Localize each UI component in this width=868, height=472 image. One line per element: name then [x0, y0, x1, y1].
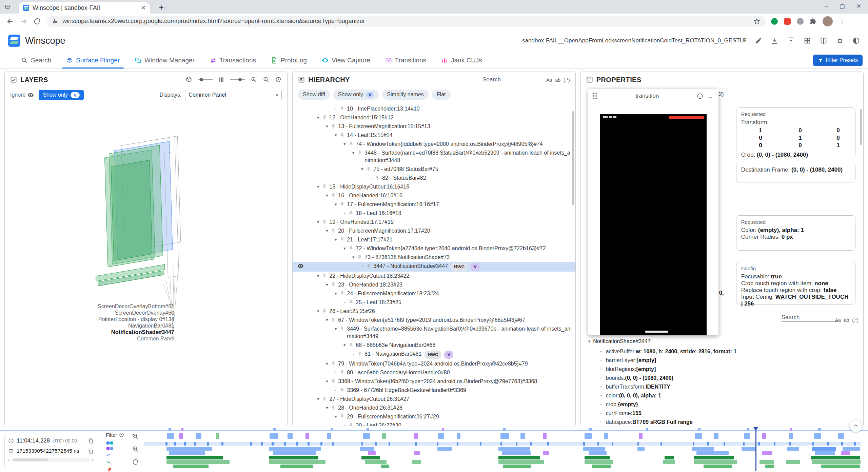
- timeline-segment[interactable]: [216, 433, 219, 439]
- timeline-segment[interactable]: [646, 428, 648, 431]
- timeline-segment[interactable]: [412, 460, 421, 464]
- timeline-segment[interactable]: [270, 433, 278, 439]
- timeline-segment[interactable]: [854, 442, 856, 446]
- tree-node[interactable]: •3447 - NotificationShade#3447HWCV: [293, 262, 575, 272]
- timeline-segment[interactable]: [273, 428, 276, 431]
- timeline-segment[interactable]: [547, 442, 549, 446]
- timeline-segment[interactable]: [765, 465, 774, 468]
- tree-node[interactable]: •80 - ace6abb SecondaryHomeHandle0#80: [293, 368, 575, 377]
- copy-icon[interactable]: [88, 448, 94, 454]
- pin-icon[interactable]: [339, 414, 345, 419]
- expand-arrow[interactable]: ▾: [332, 201, 339, 208]
- expand-arrow[interactable]: ▾: [588, 338, 591, 345]
- timeline-segment[interactable]: [520, 433, 525, 439]
- timeline-segment[interactable]: [841, 451, 850, 455]
- timeline-segment[interactable]: [367, 428, 369, 431]
- rotation-slider[interactable]: [198, 76, 213, 83]
- filter-presets-button[interactable]: Filter Presets: [813, 55, 863, 66]
- timeline-segment[interactable]: [585, 456, 610, 459]
- timeline-segment[interactable]: [221, 442, 223, 446]
- tree-node[interactable]: ▾74 - WindowToken{fdddbe6 type=2000 andr…: [293, 140, 575, 149]
- bug-icon[interactable]: [836, 37, 844, 44]
- timeline-cursor[interactable]: [755, 427, 756, 471]
- timeline-segment[interactable]: [612, 442, 613, 446]
- tab-jank-cujs[interactable]: Jank CUJs: [434, 52, 490, 68]
- extension-icon[interactable]: [784, 18, 791, 25]
- timeline-segment[interactable]: [207, 442, 209, 446]
- timeline-segment[interactable]: [789, 442, 790, 446]
- window-close-icon[interactable]: ✕: [856, 3, 861, 10]
- timeline-segment[interactable]: [786, 460, 800, 464]
- timeline-segment[interactable]: [250, 442, 252, 446]
- timeline-segment[interactable]: [516, 442, 517, 446]
- tree-node[interactable]: •10 - ImePlaceholder:13:14#10: [293, 104, 575, 113]
- show-only-button[interactable]: Show only V: [39, 90, 84, 100]
- timeline-segment[interactable]: [181, 428, 183, 431]
- trace-type-icon[interactable]: [106, 441, 113, 445]
- timeline-segment[interactable]: [663, 460, 675, 464]
- timeline-segment[interactable]: [184, 442, 186, 446]
- tree-node[interactable]: •18 - Leaf:16:16#18: [293, 209, 575, 218]
- tree-node[interactable]: •25 - Leaf:18:23#25: [293, 298, 575, 307]
- timeline-segment[interactable]: [696, 451, 729, 455]
- expand-arrow[interactable]: ▾: [350, 254, 357, 261]
- pin-icon[interactable]: [357, 351, 362, 357]
- minimize-icon[interactable]: [707, 93, 714, 99]
- pin-icon[interactable]: [348, 246, 354, 251]
- expand-arrow[interactable]: ▾: [314, 308, 322, 315]
- property-row[interactable]: •bounds: (0, 0) - (1080, 2400): [581, 374, 863, 382]
- timeline-segment[interactable]: [169, 428, 171, 431]
- tree-node[interactable]: •81 - NavigationBar0#81HWCV: [293, 350, 575, 359]
- pin-icon[interactable]: [322, 115, 327, 120]
- 3d-view-icon[interactable]: [185, 76, 192, 83]
- properties-scrollbar[interactable]: [860, 109, 862, 145]
- pin-icon[interactable]: [348, 342, 354, 348]
- timeline-canvas[interactable]: [144, 427, 861, 472]
- upload-icon[interactable]: [787, 37, 795, 44]
- pin-icon[interactable]: [331, 124, 336, 129]
- tab-window-manager[interactable]: Window Manager: [127, 52, 202, 68]
- timeline-segment[interactable]: [375, 442, 377, 446]
- pin-icon[interactable]: [348, 423, 354, 426]
- timeline-segment[interactable]: [660, 442, 662, 446]
- expand-arrow[interactable]: ▾: [323, 281, 331, 289]
- tree-node[interactable]: ▾14 - Leaf:15:15#14: [293, 131, 575, 140]
- zoom-out-icon[interactable]: [263, 76, 270, 83]
- scroll-right-icon[interactable]: ›: [92, 457, 94, 463]
- scroll-left-icon[interactable]: ‹: [8, 457, 10, 463]
- timeline-segment[interactable]: [320, 442, 322, 446]
- pin-icon[interactable]: [366, 166, 371, 172]
- reload-icon[interactable]: [33, 17, 41, 25]
- tree-node[interactable]: ▾17 - FullscreenMagnification:16:16#17: [293, 200, 575, 209]
- layer-label[interactable]: PointerLocation - display 0#134: [56, 316, 174, 322]
- layer-label[interactable]: ScreenDecorOverlay#60: [56, 310, 174, 316]
- url-text[interactable]: winscope.teams.x20web.corp.google.com/pr…: [62, 18, 749, 25]
- pin-icon[interactable]: [331, 379, 336, 384]
- property-row[interactable]: •activeBuffer: w: 1080, h: 2400, stride:…: [581, 347, 863, 356]
- tree-node[interactable]: ▾75 - ed70f88 StatusBar#75: [293, 165, 575, 174]
- timeline-segment[interactable]: [179, 433, 183, 439]
- tree-node[interactable]: ▾3449 - Surface(name=885b63e NavigationB…: [293, 324, 575, 341]
- tree-node[interactable]: ▾23 - OneHanded:18:23#23: [293, 280, 575, 289]
- timeline-segment[interactable]: [269, 460, 326, 464]
- timeline-segment[interactable]: [167, 433, 174, 439]
- timeline-segment[interactable]: [437, 442, 438, 446]
- pin-icon[interactable]: [339, 388, 345, 393]
- timeline-segment[interactable]: [841, 442, 843, 446]
- expand-arrow[interactable]: ▾: [332, 325, 339, 333]
- timeline-segment[interactable]: [714, 433, 718, 439]
- expand-arrow[interactable]: ▾: [332, 236, 339, 243]
- pin-icon[interactable]: [348, 141, 354, 147]
- tree-node[interactable]: ▾3448 - Surface(name=ed70f88 StatusBar)/…: [293, 149, 575, 165]
- property-row[interactable]: •barrierLayer: [empty]: [581, 356, 863, 365]
- pin-icon[interactable]: [331, 317, 336, 323]
- separation-slider[interactable]: [230, 76, 245, 83]
- pin-icon[interactable]: [348, 300, 354, 305]
- pin-icon[interactable]: [339, 133, 345, 138]
- timeline-segment[interactable]: [744, 433, 750, 439]
- tree-node[interactable]: ▾15 - HideDisplayCutout:16:16#15: [293, 182, 575, 191]
- timeline-segment[interactable]: [704, 465, 732, 468]
- search-option-[interactable]: (.*): [564, 77, 570, 83]
- timeline-segment[interactable]: [543, 433, 547, 439]
- expand-arrow[interactable]: ▾: [314, 272, 322, 280]
